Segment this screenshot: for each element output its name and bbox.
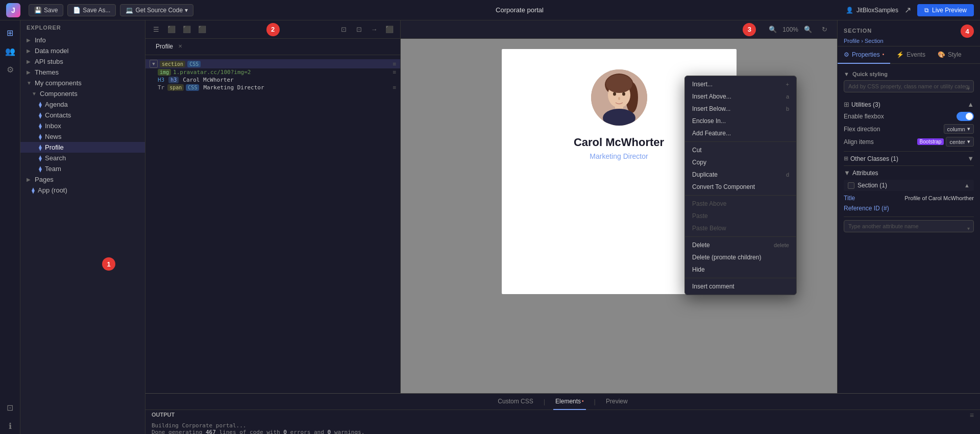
tab-style[interactable]: 🎨 Style [932,46,968,64]
tree-item-contacts[interactable]: ⧫ Contacts [20,110,145,120]
ctx-delete-promote[interactable]: Delete (promote children) [685,251,796,263]
span-tag: span [167,84,184,91]
tab-preview[interactable]: Preview [604,394,630,410]
align-items-select[interactable]: center ▾ [946,137,974,147]
divider-3 [844,216,974,217]
tree-item-themes[interactable]: ▶ Themes [20,67,145,78]
align-right-button[interactable]: ⬛ [195,23,209,36]
quick-styling-input[interactable] [844,80,974,92]
tree-item-pages[interactable]: ▶ Pages [20,174,145,185]
dropdown-chevron-icon: ▾ [967,126,970,132]
right-panel-header: SECTION 4 Profile › Section [838,20,980,46]
bottom-area: Custom CSS | Elements • | Preview OUTPUT… [145,393,980,434]
tree-item-data-model[interactable]: ▶ Data model [20,45,145,56]
tree-item-agenda[interactable]: ⧫ Agenda [20,99,145,110]
code-line-img[interactable]: img 1.pravatar.cc/100?img=2 ≡ [145,68,400,76]
tree-item-inbox[interactable]: ⧫ Inbox [20,120,145,131]
screen-button[interactable]: ⬛ [383,23,396,36]
output-title: OUTPUT [152,412,175,418]
section-checkbox[interactable] [848,182,854,189]
sidebar-icon-element[interactable]: ⊡ [2,399,18,416]
utility-flex-dir-row: Flex direction column ▾ [844,123,974,135]
utility-flexbox-row: Enable flexbox [844,110,974,123]
tree-item-info[interactable]: ▶ Info [20,35,145,45]
code-line-span[interactable]: Tr span CSS Marketing Director ≡ [145,84,400,91]
style-icon: 🎨 [938,51,945,58]
line-menu-icon[interactable]: ≡ [393,69,396,76]
output-menu-icon[interactable]: ≡ [970,411,974,419]
tree-item-search[interactable]: ⧫ Search [20,153,145,163]
section-checkbox-label[interactable]: Section (1) [848,182,887,189]
save-button[interactable]: 💾 Save [29,4,63,16]
attr-ref-label: Reference ID (#) [844,205,889,212]
tree-item-api-stubs[interactable]: ▶ API stubs [20,56,145,67]
ctx-duplicate[interactable]: Duplicate d [685,168,796,181]
sidebar-icon-settings[interactable]: ⚙ [2,61,18,78]
tree-item-components[interactable]: ▼ Components [20,88,145,99]
ctx-convert-to-component[interactable]: Convert To Component [685,181,796,193]
ctx-insert-below[interactable]: Insert Below... b [685,103,796,115]
code-content[interactable]: ▼ section CSS ≡ img 1.pravatar.cc/100?im… [145,55,400,393]
sidebar-icon-explorer[interactable]: ⊞ [2,25,18,41]
save-as-icon: 📄 [73,7,81,14]
collapse-other-classes-icon[interactable]: ▼ [967,155,974,162]
code-line-h3[interactable]: H3 h3 Carol McWhorter [145,76,400,84]
line-menu-icon[interactable]: ≡ [393,61,396,67]
tree-item-team[interactable]: ⧫ Team [20,163,145,174]
share-button[interactable]: ↗ [904,5,911,15]
ctx-cut[interactable]: Cut [685,144,796,156]
add-attribute-input[interactable] [844,220,974,232]
utilities-label: Utilities (3) [851,101,880,108]
separator-2: | [594,398,596,405]
ctx-insert-comment[interactable]: Insert comment [685,280,796,293]
align-left-button[interactable]: ⬛ [165,23,178,36]
ctx-insert[interactable]: Insert... + [685,78,796,90]
other-classes-label: Other Classes (1) [850,155,898,162]
ctx-delete[interactable]: Delete delete [685,239,796,251]
attr-title-value: Profile of Carol McWhorther [904,195,974,201]
tree-item-app-root[interactable]: ⧫ App (root) [20,185,145,196]
tab-properties[interactable]: ⚙ Properties • [838,46,890,64]
zoom-in-button[interactable]: 🔍 [766,23,779,36]
code-line-section[interactable]: ▼ section CSS ≡ [145,59,400,68]
attr-ref-row: Reference ID (#) [844,203,974,213]
tab-close-button[interactable]: ✕ [178,43,182,49]
dropdown-chevron-icon: ▾ [967,138,970,145]
collapse-arrow-icon[interactable]: ▲ [967,101,974,108]
section-collapse-arrow[interactable]: ▲ [964,182,970,188]
arrow-right-button[interactable]: → [368,23,381,36]
line-menu-icon[interactable]: ≡ [393,84,396,91]
ctx-enclose-in[interactable]: Enclose In... [685,115,796,127]
copy-button[interactable]: ⊡ [337,23,350,36]
arrow-icon: ▶ [27,177,32,182]
tree-item-profile[interactable]: ⧫ Profile [20,142,145,153]
align-center-button[interactable]: ⬛ [180,23,193,36]
user-menu-button[interactable]: 👤 JitBloxSamples [846,7,898,14]
ctx-insert-above[interactable]: Insert Above... a [685,90,796,103]
expand-button[interactable]: ⊡ [352,23,365,36]
code-tab-profile[interactable]: Profile ✕ [150,38,188,56]
right-panel-tabs: ⚙ Properties • ⚡ Events 🎨 Style [838,46,980,64]
sidebar-icon-users[interactable]: 👥 [2,43,18,59]
list-view-button[interactable]: ☰ [150,23,163,36]
ctx-paste-below: Paste Below [685,222,796,234]
live-preview-button[interactable]: ⧉ Live Preview [917,4,974,16]
zoom-out-button[interactable]: 🔍 [801,23,815,36]
ctx-add-feature[interactable]: Add Feature... [685,127,796,139]
flex-direction-select[interactable]: column ▾ [944,124,974,134]
tab-events[interactable]: ⚡ Events [890,46,932,64]
sidebar-icon-info[interactable]: ℹ [2,418,18,434]
tab-custom-css[interactable]: Custom CSS [496,394,535,410]
tree-item-news[interactable]: ⧫ News [20,131,145,142]
ctx-hide[interactable]: Hide [685,263,796,276]
preview-toolbar: 3 🔍 100% 🔍 ↻ [401,20,837,39]
save-as-button[interactable]: 📄 Save As... [67,4,116,16]
flexbox-toggle[interactable] [957,112,974,121]
get-source-button[interactable]: 💻 Get Source Code ▾ [120,4,193,16]
refresh-button[interactable]: ↻ [818,23,831,36]
grid-icon: ⊞ [844,101,849,108]
top-toolbar: J 💾 Save 📄 Save As... 💻 Get Source Code … [0,0,980,20]
ctx-copy[interactable]: Copy [685,156,796,168]
tree-item-my-components[interactable]: ▼ My components [20,78,145,88]
tab-elements[interactable]: Elements • [553,394,586,410]
